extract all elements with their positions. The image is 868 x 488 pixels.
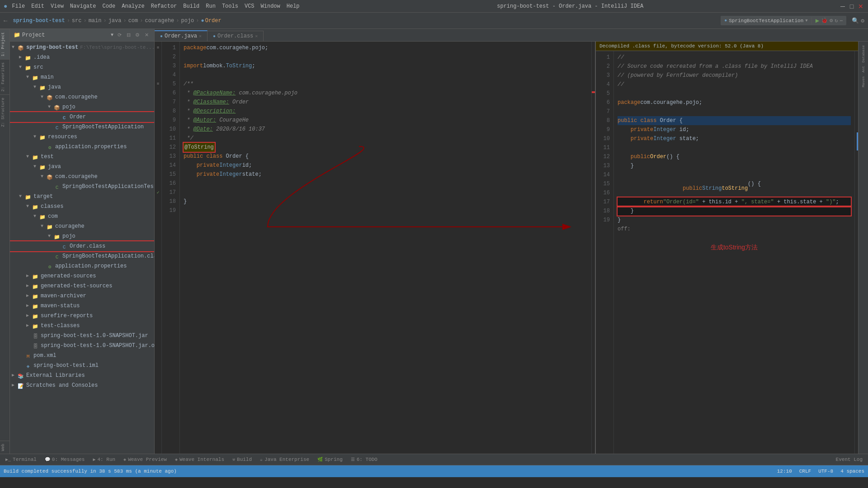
- tree-item-maven-archiver[interactable]: ▶ 📁 maven-archiver: [10, 291, 154, 301]
- tree-item-surefire[interactable]: ▶ 📁 surefire-reports: [10, 311, 154, 321]
- app-menu-edit[interactable]: Edit: [29, 3, 46, 9]
- source-code[interactable]: package com.couragehe.pojo; import lombo…: [180, 42, 591, 454]
- tree-item-com-couragehe[interactable]: ▼ 📦 com.couragehe: [10, 92, 154, 102]
- app-menu-refactor[interactable]: Refactor: [149, 3, 179, 9]
- minimize-button[interactable]: ─: [839, 3, 846, 10]
- status-time[interactable]: 12:10: [777, 469, 792, 474]
- tab-java-enterprise[interactable]: ☕ Java Enterprise: [256, 456, 313, 463]
- tree-item-gen-test-sources[interactable]: ▶ 📁 generated-test-sources: [10, 281, 154, 291]
- tree-item-test-classes[interactable]: ▶ 📁 test-classes: [10, 321, 154, 331]
- app-menu-vcs[interactable]: VCS: [243, 3, 256, 9]
- app-menu-window[interactable]: Window: [259, 3, 282, 9]
- tab-run[interactable]: ▶ 4: Run: [89, 456, 119, 463]
- collapse-btn[interactable]: ⊟: [124, 31, 132, 39]
- tab-order-class[interactable]: ● Order.class ✕: [208, 31, 264, 41]
- tree-item-apptest[interactable]: C SpringBootTestApplicationTest: [10, 182, 154, 192]
- run-config-label[interactable]: SpringBootTestApplication: [729, 18, 803, 23]
- tree-item-test-java[interactable]: ▼ 📁 java: [10, 162, 154, 172]
- breadcrumb-src[interactable]: src: [72, 18, 82, 24]
- tree-item-external-libs[interactable]: ▶ 📚 External Libraries: [10, 371, 154, 380]
- tab-todo[interactable]: ☰ 6: TODO: [347, 456, 381, 463]
- tree-item-target-couragehe[interactable]: ▼ 📁 couragehe: [10, 221, 154, 231]
- search-everywhere-btn[interactable]: 🔍: [852, 17, 859, 24]
- app-menu-analyze[interactable]: Analyze: [120, 3, 146, 9]
- run-button[interactable]: ▶: [816, 17, 819, 24]
- maximize-button[interactable]: □: [848, 3, 855, 10]
- sync-btn[interactable]: ⟳: [115, 31, 123, 39]
- tree-item-resources[interactable]: ▼ 📁 resources: [10, 132, 154, 142]
- tree-item-test[interactable]: ▼ 📁 test: [10, 152, 154, 162]
- breadcrumb-pojo[interactable]: pojo: [181, 18, 194, 24]
- tab-terminal[interactable]: ▶_ Terminal: [2, 456, 40, 463]
- status-encoding[interactable]: UTF-8: [818, 469, 833, 474]
- sidebar-item-database[interactable]: Database: [861, 45, 865, 62]
- close-tab-icon[interactable]: ✕: [255, 33, 258, 39]
- app-menu-navigate[interactable]: Navigate: [68, 3, 98, 9]
- app-menu-help[interactable]: Help: [285, 3, 302, 9]
- breadcrumb-java[interactable]: java: [108, 18, 122, 24]
- tree-item-main[interactable]: ▼ 📁 main: [10, 72, 154, 82]
- tree-item-springbootapp-class[interactable]: C SpringBootTestApplication.class: [10, 251, 154, 261]
- run-config-dropdown[interactable]: ▼: [805, 19, 807, 23]
- tab-event-log[interactable]: Event Log: [832, 456, 866, 463]
- tree-item-springbootapp[interactable]: C SpringBootTestApplication: [10, 122, 154, 132]
- settings-btn[interactable]: ⚙: [861, 17, 864, 24]
- tree-item-classes-appprops[interactable]: ⚙ application.properties: [10, 261, 154, 271]
- sidebar-item-web[interactable]: Web: [0, 441, 9, 454]
- tree-item-gen-sources[interactable]: ▶ 📁 generated-sources: [10, 271, 154, 281]
- sidebar-item-maven[interactable]: Maven: [861, 76, 865, 87]
- sidebar-item-favorites[interactable]: 2: Favorites: [0, 59, 9, 94]
- tree-item-com[interactable]: ▼ 📁 com: [10, 211, 154, 221]
- tab-spring[interactable]: 🌿 Spring: [314, 456, 346, 463]
- sidebar-item-structure[interactable]: Z: Structure: [0, 94, 9, 130]
- app-menu-build[interactable]: Build: [181, 3, 201, 9]
- tab-order-java[interactable]: ● Order.java ✕: [155, 30, 208, 41]
- tree-item-test-couragehe[interactable]: ▼ 📦 com.couragehe: [10, 172, 154, 182]
- tab-build[interactable]: ⚒ Build: [229, 456, 255, 463]
- breadcrumb-main[interactable]: main: [89, 18, 102, 24]
- close-button[interactable]: ✕: [857, 3, 864, 10]
- breadcrumb-couragehe[interactable]: couragehe: [145, 18, 174, 24]
- tree-item-order[interactable]: C Order: [10, 112, 154, 122]
- close-tab-icon[interactable]: ✕: [199, 33, 202, 39]
- sidebar-item-project[interactable]: 1: Project: [0, 29, 9, 59]
- update-button[interactable]: ↻: [835, 17, 838, 24]
- tab-weave-preview[interactable]: ◈ Weave Preview: [120, 456, 170, 463]
- build-button[interactable]: ⚙: [830, 17, 833, 24]
- tree-item-appprops[interactable]: ⚙ application.properties: [10, 142, 154, 152]
- tab-weave-internals[interactable]: ◈ Weave Internals: [171, 456, 228, 463]
- tree-item-src[interactable]: ▼ 📁 src: [10, 62, 154, 72]
- tree-item-target[interactable]: ▼ 📁 target: [10, 192, 154, 202]
- tree-item-iml[interactable]: ◈ spring-boot-test.iml: [10, 361, 154, 371]
- source-editor[interactable]: ≡ ≡: [155, 42, 596, 454]
- debug-button[interactable]: 🐞: [821, 17, 828, 24]
- status-line-ending[interactable]: CRLF: [799, 469, 811, 474]
- app-menu-file[interactable]: File: [10, 3, 27, 9]
- more-options[interactable]: ⋯: [840, 18, 843, 23]
- breadcrumb-order[interactable]: ●Order: [201, 18, 222, 24]
- tree-item-classes[interactable]: ▼ 📁 classes: [10, 202, 154, 211]
- tree-item-scratches[interactable]: ▶ 📝 Scratches and Consoles: [10, 380, 154, 390]
- tree-item-order-class[interactable]: C Order.class: [10, 241, 154, 251]
- app-menu-view[interactable]: View: [49, 3, 66, 9]
- app-menu-tools[interactable]: Tools: [220, 3, 240, 9]
- tree-item-maven-status[interactable]: ▶ 📁 maven-status: [10, 301, 154, 311]
- tree-item-pojo[interactable]: ▼ 📦 pojo: [10, 102, 154, 112]
- tree-item-root[interactable]: ▼ 📦 spring-boot-test F:\Test\spring-boot…: [10, 42, 154, 52]
- back-icon[interactable]: ←: [4, 17, 7, 24]
- close-panel-btn[interactable]: ✕: [142, 31, 151, 39]
- decompile-source[interactable]: // // Source code recreated from a .clas…: [614, 51, 854, 454]
- tree-item-pom[interactable]: M pom.xml: [10, 351, 154, 361]
- tree-item-java[interactable]: ▼ 📁 java: [10, 82, 154, 92]
- breadcrumb-project[interactable]: spring-boot-test: [13, 18, 65, 24]
- app-menu-code[interactable]: Code: [100, 3, 117, 9]
- app-menu-run[interactable]: Run: [204, 3, 217, 9]
- tree-item-jar-orig[interactable]: 🗄 spring-boot-test-1.0-SNAPSHOT.jar.orig: [10, 341, 154, 351]
- tree-item-target-pojo[interactable]: ▼ 📁 pojo: [10, 231, 154, 241]
- settings-btn[interactable]: ⚙: [133, 31, 142, 39]
- status-indent[interactable]: 4 spaces: [840, 469, 864, 474]
- sidebar-item-ant[interactable]: Ant: [861, 66, 865, 72]
- tree-item-jar[interactable]: 🗄 spring-boot-test-1.0-SNAPSHOT.jar: [10, 331, 154, 341]
- breadcrumb-com[interactable]: com: [128, 18, 138, 24]
- tree-item-idea[interactable]: ▶ 📁 .idea: [10, 52, 154, 62]
